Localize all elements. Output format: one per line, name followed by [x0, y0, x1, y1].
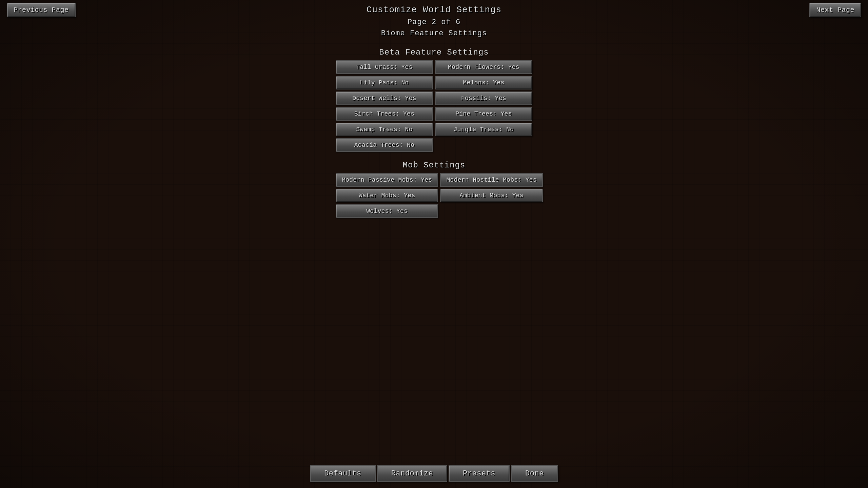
setting-jungle-trees[interactable]: Jungle Trees: No: [435, 123, 532, 136]
mob-section-title: Mob Settings: [403, 161, 466, 170]
beta-section-title: Beta Feature Settings: [379, 48, 489, 57]
setting-birch-trees[interactable]: Birch Trees: Yes: [336, 107, 433, 121]
setting-wolves[interactable]: Wolves: Yes: [336, 204, 438, 218]
setting-modern-flowers[interactable]: Modern Flowers: Yes: [435, 60, 532, 74]
mob-settings-grid: Modern Passive Mobs: YesModern Hostile M…: [336, 173, 532, 218]
setting-fossils[interactable]: Fossils: Yes: [435, 92, 532, 105]
mob-settings-section: Mob Settings Modern Passive Mobs: YesMod…: [336, 155, 532, 218]
prev-page-button[interactable]: Previous Page: [7, 3, 76, 17]
header-title: Customize World Settings: [367, 3, 501, 17]
setting-ambient-mobs[interactable]: Ambient Mobs: Yes: [440, 189, 542, 202]
setting-pine-trees[interactable]: Pine Trees: Yes: [435, 107, 532, 121]
setting-tall-grass[interactable]: Tall Grass: Yes: [336, 60, 433, 74]
setting-acacia-trees[interactable]: Acacia Trees: No: [336, 138, 433, 152]
bottom-bar: DefaultsRandomizePresetsDone: [310, 465, 558, 482]
randomize-button[interactable]: Randomize: [377, 465, 447, 482]
presets-button[interactable]: Presets: [449, 465, 510, 482]
defaults-button[interactable]: Defaults: [310, 465, 376, 482]
done-button[interactable]: Done: [511, 465, 558, 482]
beta-settings-section: Beta Feature Settings Tall Grass: YesMod…: [336, 42, 532, 152]
page-wrapper: Previous Page Next Page Customize World …: [0, 0, 868, 488]
setting-desert-wells[interactable]: Desert Wells: Yes: [336, 92, 433, 105]
page-info: Page 2 of 6: [367, 17, 501, 28]
header: Customize World Settings Page 2 of 6 Bio…: [367, 3, 501, 39]
section-name: Biome Feature Settings: [367, 28, 501, 39]
setting-melons[interactable]: Melons: Yes: [435, 76, 532, 89]
setting-modern-hostile-mobs[interactable]: Modern Hostile Mobs: Yes: [440, 173, 542, 187]
next-page-button[interactable]: Next Page: [809, 3, 861, 17]
setting-water-mobs[interactable]: Water Mobs: Yes: [336, 189, 438, 202]
beta-settings-grid: Tall Grass: YesModern Flowers: YesLily P…: [336, 60, 532, 152]
setting-swamp-trees[interactable]: Swamp Trees: No: [336, 123, 433, 136]
setting-modern-passive-mobs[interactable]: Modern Passive Mobs: Yes: [336, 173, 438, 187]
setting-lily-pads[interactable]: Lily Pads: No: [336, 76, 433, 89]
